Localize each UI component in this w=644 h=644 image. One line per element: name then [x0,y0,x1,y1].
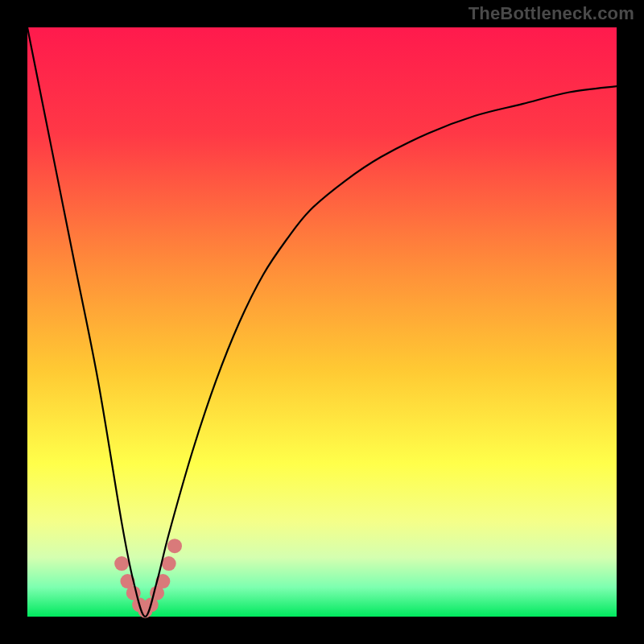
chart-stage: TheBottleneck.com [0,0,644,644]
plot-background [27,27,617,617]
sample-dot [162,556,176,571]
sample-dot [167,539,182,553]
bottleneck-chart [0,0,644,644]
watermark-text: TheBottleneck.com [469,3,634,24]
sample-dot [114,556,129,571]
